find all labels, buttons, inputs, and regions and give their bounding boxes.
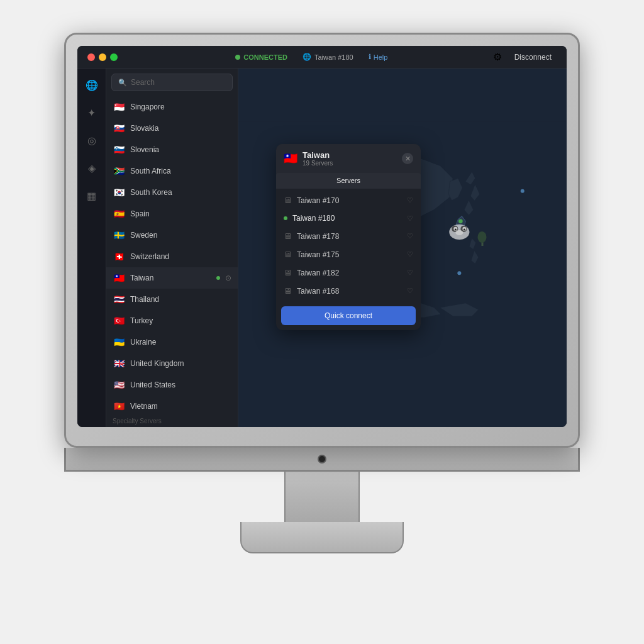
title-bar-right: ⚙ Disconnect xyxy=(493,50,557,64)
server-item-taiwan-#170[interactable]: 🖥 Taiwan #170 ♡ xyxy=(276,191,421,209)
country-item-singapore[interactable]: 🇸🇬 Singapore xyxy=(106,96,238,118)
map-area: 🇹🇼 Taiwan 19 Servers ✕ Server xyxy=(238,69,567,427)
country-name: South Africa xyxy=(130,167,231,175)
heart-icon[interactable]: ♡ xyxy=(407,196,413,204)
tab-servers[interactable]: Servers xyxy=(276,173,421,188)
svg-point-13 xyxy=(477,231,486,243)
server-popup: 🇹🇼 Taiwan 19 Servers ✕ Server xyxy=(276,144,421,330)
minimize-button[interactable] xyxy=(99,53,106,61)
svg-point-10 xyxy=(464,228,465,230)
server-icon: 🖥 xyxy=(284,196,292,205)
country-item-slovenia[interactable]: 🇸🇮 Slovenia xyxy=(106,139,238,160)
globe-icon: 🌐 xyxy=(303,53,311,61)
country-item-switzerland[interactable]: 🇨🇭 Switzerland xyxy=(106,246,238,267)
flag-slovakia: 🇸🇰 xyxy=(113,122,125,135)
server-item-taiwan-#178[interactable]: 🖥 Taiwan #178 ♡ xyxy=(276,227,421,245)
monitor-chin xyxy=(64,448,580,472)
heart-icon[interactable]: ♡ xyxy=(407,269,413,277)
flag-taiwan: 🇹🇼 xyxy=(113,272,125,284)
flag-vietnam: 🇻🇳 xyxy=(113,400,125,413)
sidebar-icon-target[interactable]: ◎ xyxy=(83,131,101,149)
current-server-label: Taiwan #180 xyxy=(314,53,353,61)
search-box[interactable]: 🔍 Search xyxy=(111,74,233,91)
popup-flag: 🇹🇼 xyxy=(284,152,297,165)
monitor-stand xyxy=(240,522,404,553)
popup-header: 🇹🇼 Taiwan 19 Servers ✕ xyxy=(276,144,421,173)
flag-turkey: 🇹🇷 xyxy=(113,314,125,327)
popup-servers-count: 19 Servers xyxy=(303,160,397,167)
popup-close-button[interactable]: ✕ xyxy=(402,153,413,164)
help-badge[interactable]: ℹ Help xyxy=(369,53,388,61)
help-label: Help xyxy=(374,53,388,61)
server-name: Taiwan #180 xyxy=(292,214,402,223)
active-indicator xyxy=(216,276,220,280)
country-item-vietnam[interactable]: 🇻🇳 Vietnam xyxy=(106,396,238,414)
country-name: South Korea xyxy=(130,188,231,197)
country-name: Sweden xyxy=(130,231,231,240)
country-item-slovakia[interactable]: 🇸🇰 Slovakia xyxy=(106,118,238,139)
quick-connect-button[interactable]: Quick connect xyxy=(281,306,416,325)
server-icon: 🖥 xyxy=(284,231,292,241)
sidebar-icon-globe[interactable]: 🌐 xyxy=(83,76,101,94)
country-name: Ukraine xyxy=(130,338,231,347)
monitor-wrapper: CONNECTED 🌐 Taiwan #180 ℹ Help ⚙ xyxy=(64,33,580,611)
server-icon: 🖥 xyxy=(284,250,292,259)
country-item-united-states[interactable]: 🇺🇸 United States xyxy=(106,374,238,396)
flag-ukraine: 🇺🇦 xyxy=(113,336,125,348)
sidebar-icon-mesh[interactable]: ✦ xyxy=(83,104,101,121)
server-item-taiwan-#180[interactable]: Taiwan #180 ♡ xyxy=(276,209,421,227)
country-item-taiwan[interactable]: 🇹🇼 Taiwan ⊙ xyxy=(106,267,238,289)
flag-united-kingdom: 🇬🇧 xyxy=(113,357,125,370)
connected-label: CONNECTED xyxy=(243,53,287,61)
disconnect-button[interactable]: Disconnect xyxy=(509,50,557,64)
sidebar-icon-stats[interactable]: ▦ xyxy=(83,187,101,204)
monitor-frame: CONNECTED 🌐 Taiwan #180 ℹ Help ⚙ xyxy=(64,33,580,448)
country-item-south-africa[interactable]: 🇿🇦 South Africa xyxy=(106,160,238,182)
country-name: Switzerland xyxy=(130,252,231,261)
country-item-turkey[interactable]: 🇹🇷 Turkey xyxy=(106,310,238,331)
country-name: Slovakia xyxy=(130,124,231,133)
country-item-south-korea[interactable]: 🇰🇷 South Korea xyxy=(106,182,238,203)
server-item-taiwan-#168[interactable]: 🖥 Taiwan #168 ♡ xyxy=(276,282,421,300)
country-name: United Kingdom xyxy=(130,359,231,368)
heart-icon[interactable]: ♡ xyxy=(407,214,413,223)
flag-south-africa: 🇿🇦 xyxy=(113,165,125,177)
country-item-sweden[interactable]: 🇸🇪 Sweden xyxy=(106,225,238,246)
server-name: Taiwan #178 xyxy=(297,232,402,241)
connected-badge: CONNECTED xyxy=(235,53,287,61)
country-item-spain[interactable]: 🇪🇸 Spain xyxy=(106,203,238,225)
svg-point-9 xyxy=(455,228,457,230)
svg-point-11 xyxy=(455,230,463,235)
heart-icon[interactable]: ♡ xyxy=(407,287,413,295)
server-connected-dot xyxy=(284,216,287,220)
flag-switzerland: 🇨🇭 xyxy=(113,250,125,263)
country-item-thailand[interactable]: 🇹🇭 Thailand xyxy=(106,289,238,310)
country-name: Vietnam xyxy=(130,402,231,411)
server-list: 🖥 Taiwan #170 ♡ Taiwan #180 ♡ 🖥 Taiwan #… xyxy=(276,189,421,303)
popup-country: Taiwan xyxy=(303,150,397,160)
close-button[interactable] xyxy=(87,53,95,61)
server-name: Taiwan #168 xyxy=(297,287,402,296)
flag-south-korea: 🇰🇷 xyxy=(113,186,125,199)
sidebar-icons: 🌐 ✦ ◎ ◈ ▦ xyxy=(77,69,106,427)
server-icon: 🖥 xyxy=(284,286,292,296)
settings-icon[interactable]: ⚙ xyxy=(493,51,502,63)
country-name: Slovenia xyxy=(130,145,231,154)
country-item-united-kingdom[interactable]: 🇬🇧 United Kingdom xyxy=(106,353,238,374)
country-name: United States xyxy=(130,380,231,389)
help-circle-icon: ℹ xyxy=(369,53,371,61)
close-icon: ✕ xyxy=(405,155,411,163)
country-item-ukraine[interactable]: 🇺🇦 Ukraine xyxy=(106,331,238,353)
maximize-button[interactable] xyxy=(110,53,118,61)
country-name: Spain xyxy=(130,209,231,218)
heart-icon[interactable]: ♡ xyxy=(407,250,413,258)
sidebar-icon-layers[interactable]: ◈ xyxy=(83,159,101,177)
server-item-taiwan-#182[interactable]: 🖥 Taiwan #182 ♡ xyxy=(276,264,421,282)
heart-icon[interactable]: ♡ xyxy=(407,232,413,240)
traffic-lights xyxy=(87,53,118,61)
server-item-taiwan-#175[interactable]: 🖥 Taiwan #175 ♡ xyxy=(276,245,421,264)
flag-united-states: 🇺🇸 xyxy=(113,379,125,391)
server-icon: 🖥 xyxy=(284,268,292,277)
popup-tabs: Servers xyxy=(276,173,421,189)
country-name: Taiwan xyxy=(130,274,211,282)
